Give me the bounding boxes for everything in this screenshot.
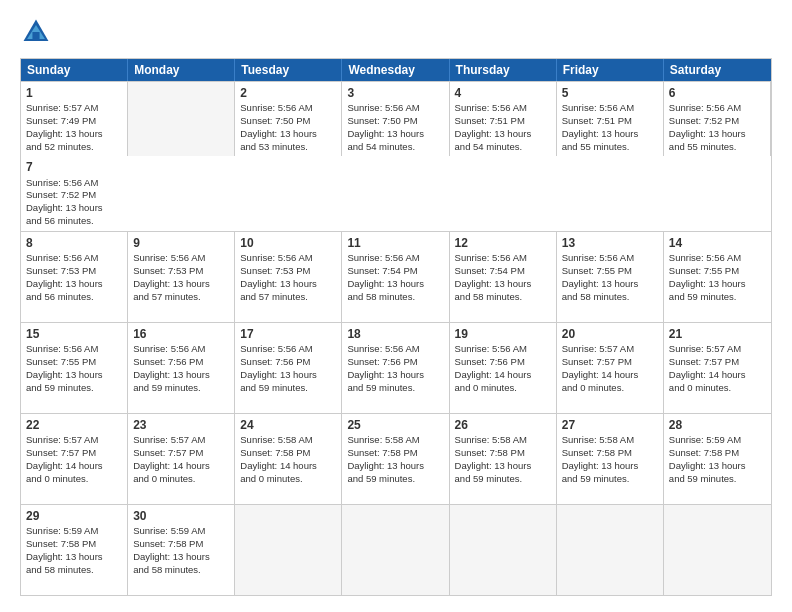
cell-line: Daylight: 13 hours [347, 278, 443, 291]
cell-line: Sunset: 7:55 PM [26, 356, 122, 369]
cell-line: Daylight: 14 hours [26, 460, 122, 473]
header-day-monday: Monday [128, 59, 235, 81]
cal-cell-22: 22Sunrise: 5:57 AMSunset: 7:57 PMDayligh… [21, 414, 128, 504]
cell-line: Daylight: 13 hours [26, 128, 122, 141]
cell-line: Sunrise: 5:56 AM [240, 102, 336, 115]
cell-line: Sunset: 7:53 PM [240, 265, 336, 278]
cell-line: Sunrise: 5:56 AM [455, 252, 551, 265]
cell-line: Sunrise: 5:56 AM [133, 252, 229, 265]
cal-cell-5: 5Sunrise: 5:56 AMSunset: 7:51 PMDaylight… [557, 82, 664, 156]
cal-cell-16: 16Sunrise: 5:56 AMSunset: 7:56 PMDayligh… [128, 323, 235, 413]
cal-cell-20: 20Sunrise: 5:57 AMSunset: 7:57 PMDayligh… [557, 323, 664, 413]
cell-line: Sunset: 7:56 PM [455, 356, 551, 369]
cell-line: and 58 minutes. [347, 291, 443, 304]
cell-line: Daylight: 13 hours [133, 278, 229, 291]
day-number: 30 [133, 508, 229, 524]
cal-cell-7: 7Sunrise: 5:56 AMSunset: 7:52 PMDaylight… [21, 156, 128, 230]
cell-line: Sunset: 7:55 PM [669, 265, 766, 278]
cell-line: and 58 minutes. [562, 291, 658, 304]
cell-line: Sunrise: 5:57 AM [26, 102, 122, 115]
cal-cell-2: 2Sunrise: 5:56 AMSunset: 7:50 PMDaylight… [235, 82, 342, 156]
cell-line: Sunset: 7:57 PM [133, 447, 229, 460]
day-number: 23 [133, 417, 229, 433]
cell-line: and 58 minutes. [26, 564, 122, 577]
cal-cell-28: 28Sunrise: 5:59 AMSunset: 7:58 PMDayligh… [664, 414, 771, 504]
cell-line: Sunrise: 5:56 AM [240, 252, 336, 265]
cell-line: Sunset: 7:53 PM [133, 265, 229, 278]
cal-cell-27: 27Sunrise: 5:58 AMSunset: 7:58 PMDayligh… [557, 414, 664, 504]
cal-cell-14: 14Sunrise: 5:56 AMSunset: 7:55 PMDayligh… [664, 232, 771, 322]
cal-cell-30: 30Sunrise: 5:59 AMSunset: 7:58 PMDayligh… [128, 505, 235, 595]
cell-line: Daylight: 13 hours [347, 128, 443, 141]
cell-line: Sunrise: 5:59 AM [26, 525, 122, 538]
cell-line: Daylight: 13 hours [455, 128, 551, 141]
calendar-row-4: 29Sunrise: 5:59 AMSunset: 7:58 PMDayligh… [21, 504, 771, 595]
day-number: 6 [669, 85, 765, 101]
cell-line: Sunrise: 5:56 AM [562, 102, 658, 115]
cal-cell-21: 21Sunrise: 5:57 AMSunset: 7:57 PMDayligh… [664, 323, 771, 413]
header-day-tuesday: Tuesday [235, 59, 342, 81]
day-number: 17 [240, 326, 336, 342]
cell-line: Sunrise: 5:56 AM [347, 252, 443, 265]
cal-cell-1: 1Sunrise: 5:57 AMSunset: 7:49 PMDaylight… [21, 82, 128, 156]
cell-line: and 0 minutes. [669, 382, 766, 395]
cal-cell-29: 29Sunrise: 5:59 AMSunset: 7:58 PMDayligh… [21, 505, 128, 595]
day-number: 22 [26, 417, 122, 433]
cell-line: Sunset: 7:58 PM [240, 447, 336, 460]
cell-line: and 54 minutes. [347, 141, 443, 154]
cell-line: Sunset: 7:55 PM [562, 265, 658, 278]
cell-line: Sunset: 7:58 PM [455, 447, 551, 460]
cell-line: Daylight: 13 hours [26, 551, 122, 564]
cell-line: Sunset: 7:58 PM [347, 447, 443, 460]
cell-line: Sunrise: 5:57 AM [562, 343, 658, 356]
cal-cell-23: 23Sunrise: 5:57 AMSunset: 7:57 PMDayligh… [128, 414, 235, 504]
cell-line: and 55 minutes. [669, 141, 765, 154]
cell-line: Sunset: 7:58 PM [133, 538, 229, 551]
cell-line: Sunset: 7:56 PM [240, 356, 336, 369]
cell-line: Sunset: 7:57 PM [26, 447, 122, 460]
header-day-wednesday: Wednesday [342, 59, 449, 81]
day-number: 18 [347, 326, 443, 342]
cell-line: Daylight: 13 hours [26, 369, 122, 382]
cell-line: Daylight: 13 hours [562, 128, 658, 141]
cal-cell-17: 17Sunrise: 5:56 AMSunset: 7:56 PMDayligh… [235, 323, 342, 413]
day-number: 20 [562, 326, 658, 342]
cell-line: Sunrise: 5:56 AM [455, 102, 551, 115]
calendar-row-1: 8Sunrise: 5:56 AMSunset: 7:53 PMDaylight… [21, 231, 771, 322]
cell-line: Daylight: 13 hours [455, 460, 551, 473]
day-number: 21 [669, 326, 766, 342]
header-day-saturday: Saturday [664, 59, 771, 81]
logo-icon [20, 16, 52, 48]
cell-line: Sunrise: 5:57 AM [669, 343, 766, 356]
cell-line: Sunrise: 5:58 AM [455, 434, 551, 447]
cell-line: Sunset: 7:57 PM [669, 356, 766, 369]
cell-line: Daylight: 13 hours [133, 369, 229, 382]
cell-line: Sunset: 7:51 PM [455, 115, 551, 128]
svg-rect-2 [32, 32, 39, 41]
day-number: 13 [562, 235, 658, 251]
cell-line: Sunset: 7:49 PM [26, 115, 122, 128]
cell-line: and 0 minutes. [455, 382, 551, 395]
cal-cell-empty-4-2 [235, 505, 342, 595]
calendar-row-0: 1Sunrise: 5:57 AMSunset: 7:49 PMDaylight… [21, 81, 771, 231]
cell-line: Sunrise: 5:57 AM [133, 434, 229, 447]
cell-line: and 58 minutes. [133, 564, 229, 577]
cell-line: Daylight: 13 hours [455, 278, 551, 291]
day-number: 15 [26, 326, 122, 342]
header-day-friday: Friday [557, 59, 664, 81]
day-number: 14 [669, 235, 766, 251]
cell-line: Sunset: 7:58 PM [26, 538, 122, 551]
cell-line: Sunset: 7:51 PM [562, 115, 658, 128]
day-number: 26 [455, 417, 551, 433]
cell-line: Sunset: 7:58 PM [562, 447, 658, 460]
header-day-sunday: Sunday [21, 59, 128, 81]
cell-line: Sunset: 7:54 PM [347, 265, 443, 278]
cell-line: Sunrise: 5:56 AM [133, 343, 229, 356]
header [20, 16, 772, 48]
cell-line: Sunrise: 5:57 AM [26, 434, 122, 447]
cell-line: Sunrise: 5:56 AM [455, 343, 551, 356]
cell-line: Daylight: 13 hours [562, 460, 658, 473]
cell-line: Sunrise: 5:59 AM [669, 434, 766, 447]
cal-cell-empty-4-6 [664, 505, 771, 595]
cell-line: and 53 minutes. [240, 141, 336, 154]
